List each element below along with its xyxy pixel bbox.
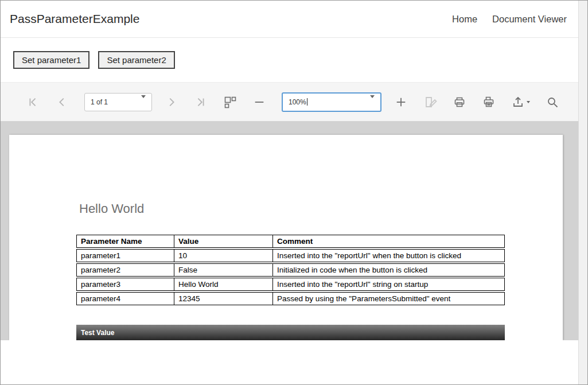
bottom-fill [1, 340, 578, 384]
print-button[interactable] [453, 95, 466, 109]
nav-document-viewer[interactable]: Document Viewer [492, 14, 567, 25]
zoom-out-icon [253, 96, 266, 108]
table-row: parameter110Inserted into the "reportUrl… [76, 249, 505, 262]
print-page-button[interactable] [482, 95, 496, 109]
chevron-down-icon [141, 98, 146, 106]
report-title: Hello World [79, 201, 144, 216]
zoom-in-icon [395, 96, 407, 108]
table-footer: Test Value [76, 325, 505, 340]
print-page-icon [482, 95, 496, 109]
table-cell: Hello World [174, 278, 273, 291]
chevron-down-icon [370, 98, 375, 106]
app-header: PassParameterExample Home Document Viewe… [1, 1, 578, 38]
previous-page-icon [56, 96, 68, 108]
app-window: PassParameterExample Home Document Viewe… [0, 0, 588, 385]
top-nav: Home Document Viewer [452, 14, 567, 25]
table-cell: Inserted into the "reportUrl" string on … [273, 278, 505, 291]
table-cell: Passed by using the "ParametersSubmitted… [273, 292, 505, 305]
zoom-selector[interactable]: 100% [282, 92, 381, 112]
table-row: parameter412345Passed by using the "Para… [76, 292, 505, 305]
search-icon [546, 95, 559, 109]
table-cell: parameter3 [76, 278, 174, 291]
table-cell: False [174, 263, 273, 277]
zoom-in-button[interactable] [394, 95, 408, 109]
previous-page-button[interactable] [55, 95, 69, 109]
table-cell: 12345 [174, 292, 273, 305]
table-cell: parameter2 [76, 263, 174, 277]
app-title: PassParameterExample [10, 12, 139, 26]
next-page-icon [165, 96, 178, 108]
report-page: Hello World Parameter Name Value Comment… [9, 135, 563, 340]
edit-button[interactable] [423, 95, 437, 109]
main-column: PassParameterExample Home Document Viewe… [1, 1, 578, 384]
print-icon [453, 95, 466, 109]
multipage-view-button[interactable] [223, 95, 237, 109]
last-page-icon [194, 96, 207, 108]
table-cell: Inserted into the "reportUrl" when the b… [273, 249, 505, 262]
vertical-scrollbar[interactable] [578, 1, 587, 384]
table-header-row: Parameter Name Value Comment [76, 235, 505, 248]
column-header-value: Value [174, 235, 273, 248]
export-button[interactable] [511, 95, 530, 109]
chevron-down-icon [527, 101, 530, 103]
zoom-selector-value: 100% [289, 98, 306, 106]
table-cell: 10 [174, 249, 273, 262]
text-cursor [307, 98, 307, 106]
table-row: parameter2FalseInitialized in code when … [76, 263, 505, 277]
next-page-button[interactable] [165, 95, 178, 109]
set-parameter1-button[interactable]: Set parameter1 [13, 51, 89, 69]
edit-icon [423, 95, 437, 109]
table-cell: Initialized in code when the button is c… [273, 263, 505, 277]
search-button[interactable] [546, 95, 559, 109]
table-row: parameter3Hello WorldInserted into the "… [76, 278, 505, 291]
table-body: parameter110Inserted into the "reportUrl… [76, 249, 505, 305]
page-selector[interactable]: 1 of 1 [84, 93, 152, 111]
column-header-parameter-name: Parameter Name [76, 235, 174, 248]
page-selector-value: 1 of 1 [91, 98, 108, 106]
parameter-table: Parameter Name Value Comment parameter11… [76, 234, 505, 306]
zoom-out-button[interactable] [252, 95, 266, 109]
column-header-comment: Comment [273, 235, 505, 248]
nav-home[interactable]: Home [452, 14, 477, 25]
multipage-view-icon [223, 95, 237, 109]
viewer-toolbar: 1 of 1 100% [1, 82, 578, 121]
table-cell: parameter4 [76, 292, 174, 305]
first-page-button[interactable] [26, 95, 40, 109]
viewer-content-area: Hello World Parameter Name Value Comment… [1, 121, 578, 340]
export-icon [511, 95, 525, 109]
set-parameter2-button[interactable]: Set parameter2 [98, 51, 174, 69]
table-cell: parameter1 [76, 249, 174, 262]
first-page-icon [26, 96, 39, 108]
last-page-button[interactable] [194, 95, 208, 109]
parameter-buttons-row: Set parameter1 Set parameter2 [1, 38, 578, 82]
